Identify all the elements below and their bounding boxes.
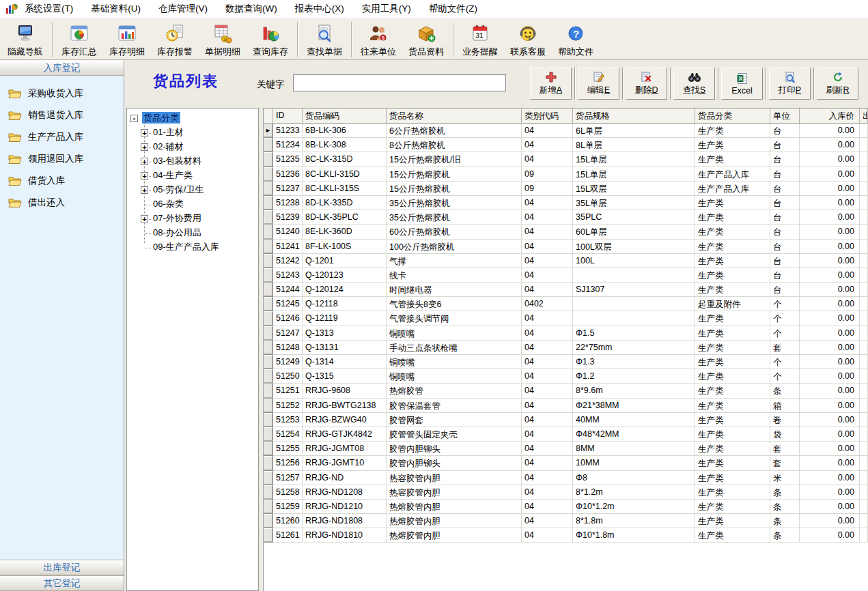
keyword-input[interactable] <box>293 74 506 91</box>
row-selector[interactable]: ► <box>264 210 273 225</box>
toolbar-button-stock-detail[interactable]: 库存明细 <box>103 20 151 58</box>
tree-node[interactable]: + 02-辅材 <box>127 141 258 155</box>
table-row[interactable]: ► 51240 8E-LK-360D 60公斤热熔胶机 04 60L单层 生产类… <box>264 225 868 239</box>
table-row[interactable]: ► 51242 Q-1201 气撑 04 100L 生产类 台 0.00 <box>264 254 868 268</box>
table-row[interactable]: ► 51250 Q-1315 铜喷嘴 04 Φ1.2 生产类 个 0.00 <box>264 369 868 384</box>
menu-item[interactable]: 报表中心(X) <box>295 3 344 15</box>
row-selector[interactable]: ► <box>264 355 273 369</box>
table-row[interactable]: ► 51238 8D-LK-335D 35公斤热熔胶机 04 35L单层 生产类… <box>264 196 868 210</box>
toolbar-button-stock-alert[interactable]: 库存报警 <box>151 20 199 58</box>
row-selector[interactable]: ► <box>264 225 273 239</box>
table-row[interactable]: ► 51256 RRJG-JGMT10 胶管内胆铆头 04 10MM 生产类 套… <box>264 456 868 470</box>
tree-root-node[interactable]: - 货品分类 <box>127 112 258 126</box>
row-selector[interactable]: ► <box>264 427 273 442</box>
table-row[interactable]: ► 51239 8D-LK-35PLC 35公斤热熔胶机 04 35PLC 生产… <box>264 210 868 225</box>
sidebar-item[interactable]: 借货入库 <box>8 170 124 192</box>
row-selector[interactable]: ► <box>264 514 273 528</box>
toolbar-button-support[interactable]: 联系客服 <box>504 20 552 58</box>
row-selector[interactable]: ► <box>264 167 273 182</box>
tree-node[interactable]: + 03-包装材料 <box>127 155 258 169</box>
row-selector[interactable]: ► <box>264 182 273 196</box>
sidebar-section-outbound[interactable]: 出库登记 <box>0 560 124 575</box>
toolbar-button-goods-data[interactable]: 货品资料 <box>402 20 450 58</box>
sidebar-section-other[interactable]: 其它登记 <box>0 575 124 591</box>
row-selector[interactable]: ► <box>264 240 273 254</box>
toolbar-button-stock-summary[interactable]: 库存汇总 <box>55 20 103 58</box>
row-selector[interactable]: ► <box>264 341 273 355</box>
menu-item[interactable]: 基础资料(U) <box>91 3 141 15</box>
expand-plus-icon[interactable]: + <box>141 215 148 222</box>
row-selector[interactable]: ► <box>264 311 273 326</box>
table-row[interactable]: ► 51247 Q-1313 铜喷嘴 04 Φ1.5 生产类 个 0.00 <box>264 326 868 341</box>
menu-item[interactable]: 系统设置(T) <box>25 3 73 15</box>
row-selector[interactable]: ► <box>264 500 273 514</box>
table-row[interactable]: ► 51235 8C-LK-315D 15公斤热熔胶机/旧 04 15L单层 生… <box>264 152 868 167</box>
table-row[interactable]: ► 51258 RRJG-ND1208 热容胶管内胆 04 8*1.2m 生产类… <box>264 485 868 500</box>
header-name[interactable]: 货品名称 <box>387 109 522 124</box>
menu-item[interactable]: 实用工具(Y) <box>362 3 411 15</box>
tree-node[interactable]: + 08-办公用品 <box>127 227 258 241</box>
row-selector[interactable]: ► <box>264 384 273 398</box>
delete-button[interactable]: 删除D <box>626 68 667 100</box>
refresh-button[interactable]: 刷新R <box>817 68 858 100</box>
sidebar-item[interactable]: 借出还入 <box>8 192 124 214</box>
add-button[interactable]: 新增A <box>530 68 572 100</box>
row-selector[interactable]: ► <box>264 268 273 283</box>
table-row[interactable]: ► 51234 8B-LK-308 8公斤热熔胶机 04 8L单层 生产类 台 … <box>264 138 868 152</box>
table-row[interactable]: ► 51248 Q-13131 手动三点条状枪嘴 04 22*75mm 生产类 … <box>264 341 868 355</box>
table-row[interactable]: ► 51251 RRJG-9608 热熔胶管 04 8*9.6m 生产类 条 0… <box>264 384 868 398</box>
tree-node[interactable]: + 05-劳保/卫生 <box>127 184 258 198</box>
tree-node[interactable]: + 04-生产类 <box>127 169 258 184</box>
tree-node[interactable]: + 06-杂类 <box>127 198 258 212</box>
row-selector[interactable]: ► <box>264 283 273 297</box>
table-row[interactable]: ► 51241 8F-LK-100S 100公斤热熔胶机 04 100L双层 生… <box>264 240 868 254</box>
row-selector[interactable]: ► <box>264 528 273 543</box>
table-row[interactable]: ► 51259 RRJG-ND1210 热熔胶管内胆 04 Φ10*1.2m 生… <box>264 500 868 514</box>
row-selector[interactable]: ► <box>264 413 273 427</box>
sidebar-item[interactable]: 生产产品入库 <box>8 126 124 148</box>
table-row[interactable]: ► 51260 RRJG-ND1808 热熔胶管内胆 04 8*1.8m 生产类… <box>264 514 868 528</box>
table-row[interactable]: ► 51246 Q-12119 气管接头调节阀 04 生产类 个 0.00 <box>264 311 868 326</box>
header-class[interactable]: 货品分类 <box>695 109 770 124</box>
row-selector[interactable]: ► <box>264 124 273 138</box>
print-button[interactable]: 打印P <box>769 68 811 100</box>
table-row[interactable]: ► 51257 RRJG-ND 热容胶管内胆 04 Φ8 生产类 米 0.00 <box>264 471 868 485</box>
table-row[interactable]: ► 51261 RRJG-ND1810 热熔胶管内胆 04 Φ10*1.8m 生… <box>264 528 868 543</box>
search-button[interactable]: 查找S <box>673 68 715 100</box>
expand-plus-icon[interactable]: + <box>141 129 148 136</box>
toolbar-button-query-stock[interactable]: 查询库存 <box>247 20 294 58</box>
table-row[interactable]: ► 51254 RRJG-GTJK4842 胶管管头固定夹壳 04 Φ48*42… <box>264 427 868 442</box>
table-row[interactable]: ► 51245 Q-12118 气管接头8变6 0402 起重及附件 个 0.0… <box>264 297 868 311</box>
tree-node[interactable]: + 01-主材 <box>127 126 258 141</box>
sidebar-item[interactable]: 领用退回入库 <box>8 148 124 170</box>
header-code[interactable]: 货品编码 <box>303 109 387 124</box>
table-row[interactable]: ► 51244 Q-120124 时间继电器 04 SJ1307 生产类 台 0… <box>264 283 868 297</box>
table-row[interactable]: ► 51243 Q-120123 线卡 04 生产类 台 0.00 <box>264 268 868 283</box>
header-category-code[interactable]: 类别代码 <box>522 109 573 124</box>
toolbar-button-help[interactable]: ? 帮助文件 <box>552 20 600 58</box>
sidebar-item[interactable]: 销售退货入库 <box>8 104 124 126</box>
table-row[interactable]: ► 51253 RRJG-BZWG40 胶管网套 04 40MM 生产类 卷 0… <box>264 413 868 427</box>
expand-plus-icon[interactable]: + <box>141 143 148 151</box>
table-row[interactable]: ► 51252 RRJG-BWTG2138 胶管保温套管 04 Φ21*38MM… <box>264 399 868 413</box>
toolbar-button-hide-nav[interactable]: 隐藏导航 <box>1 20 49 58</box>
collapse-minus-icon[interactable]: - <box>130 115 138 122</box>
tree-node[interactable]: + 07-外协费用 <box>127 212 258 227</box>
table-row[interactable]: ► 51236 8C-LKLI-315D 15公斤热熔胶机 09 15L单层 生… <box>264 167 868 182</box>
toolbar-button-reminder[interactable]: 31 业务提醒 <box>456 20 504 58</box>
header-unit[interactable]: 单位 <box>770 109 800 124</box>
table-row[interactable]: ► 51233 6B-LK-306 6公斤热熔胶机 04 6L单层 生产类 台 … <box>264 124 868 138</box>
header-spec[interactable]: 货品规格 <box>573 109 695 124</box>
table-row[interactable]: ► 51237 8C-LKLI-315S 15公斤热熔胶机 09 15L双层 生… <box>264 182 868 196</box>
row-selector[interactable]: ► <box>264 254 273 268</box>
row-selector[interactable]: ► <box>264 326 273 341</box>
toolbar-button-find-bill[interactable]: 查找单据 <box>300 20 348 58</box>
table-row[interactable]: ► 51249 Q-1314 铜喷嘴 04 Φ1.3 生产类 个 0.00 <box>264 355 868 369</box>
row-selector[interactable]: ► <box>264 369 273 384</box>
row-selector[interactable]: ► <box>264 399 273 413</box>
expand-plus-icon[interactable]: + <box>141 172 148 179</box>
row-selector[interactable]: ► <box>264 485 273 500</box>
header-id[interactable]: ID <box>273 109 303 124</box>
expand-plus-icon[interactable]: + <box>141 186 148 194</box>
row-selector[interactable]: ► <box>264 196 273 210</box>
